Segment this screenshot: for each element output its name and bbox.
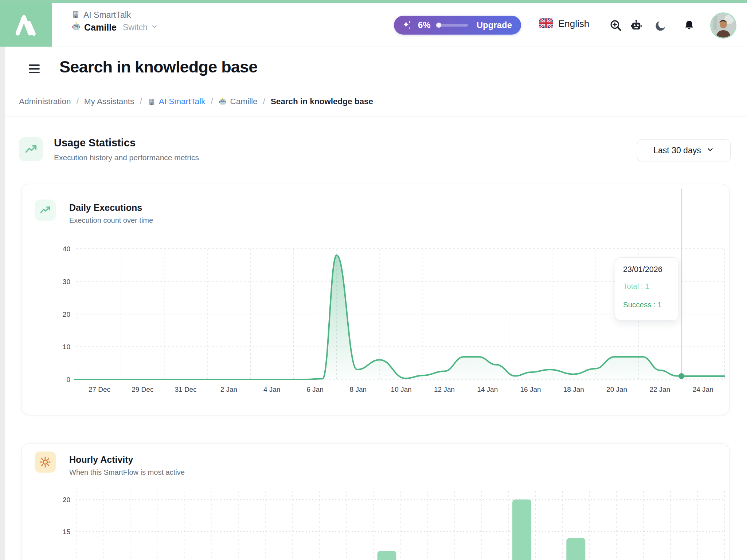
uk-flag-icon [539, 18, 553, 29]
section-title: Usage Statistics [54, 137, 136, 149]
page-title: Search in knowledge base [59, 58, 258, 76]
date-range-label: Last 30 days [653, 146, 701, 155]
breadcrumb-label: Search in knowledge base [271, 97, 373, 106]
sparkles-icon [401, 19, 413, 31]
app-logo[interactable] [0, 3, 52, 47]
breadcrumb-label: Administration [19, 97, 71, 106]
breadcrumb-label: Camille [230, 97, 257, 106]
building-icon [71, 10, 80, 20]
chevron-down-icon [706, 146, 714, 155]
usage-statistics-icon-badge [19, 137, 43, 161]
hourly-card-title: Hourly Activity [69, 454, 133, 465]
tooltip-total: Total : 1 [623, 282, 678, 291]
workspace-row[interactable]: AI SmartTalk [71, 10, 131, 20]
upgrade-label: Upgrade [477, 20, 512, 30]
switch-assistant-button[interactable]: Switch [123, 23, 148, 32]
breadcrumb-separator: / [140, 97, 142, 106]
breadcrumb-item-camille[interactable]: Camille [218, 97, 257, 106]
breadcrumb-item-ai-smarttalk[interactable]: AI SmartTalk [148, 97, 206, 106]
tooltip-date: 23/01/2026 [623, 265, 678, 274]
ai-robot-button[interactable] [629, 19, 644, 33]
robot-emoji-icon [71, 22, 81, 33]
breadcrumb-separator: / [263, 97, 265, 106]
usage-progress-knob [436, 23, 441, 28]
breadcrumb: Administration/My Assistants/AI SmartTal… [19, 97, 373, 106]
notifications-bell-button[interactable] [682, 18, 696, 33]
usage-percent: 6% [418, 20, 431, 30]
sun-icon [39, 456, 51, 468]
breadcrumb-label: AI SmartTalk [159, 97, 206, 106]
zoom-search-button[interactable] [609, 18, 623, 33]
usage-progress-bar [437, 24, 468, 27]
robot-emoji-icon [218, 97, 227, 106]
app-root: AI SmartTalk Camille Switch 6% Upgrade E… [0, 0, 747, 560]
user-avatar[interactable] [711, 13, 735, 38]
daily-card-subtitle: Execution count over time [69, 216, 153, 225]
section-subtitle: Execution history and performance metric… [54, 153, 199, 162]
chart-tooltip: 23/01/2026 Total : 1 Success : 1 [615, 257, 679, 321]
breadcrumb-separator: / [211, 97, 213, 106]
daily-card-title: Daily Executions [69, 202, 142, 213]
tooltip-success: Success : 1 [623, 300, 678, 309]
breadcrumb-label: My Assistants [84, 97, 134, 106]
left-rail [0, 47, 5, 560]
logo-lambda-icon [12, 12, 40, 39]
daily-executions-icon-badge [35, 200, 56, 221]
workspace-name: AI SmartTalk [83, 10, 131, 20]
date-range-selector[interactable]: Last 30 days [637, 139, 731, 161]
breadcrumb-item-my-assistants[interactable]: My Assistants [84, 97, 134, 106]
section-divider [0, 117, 747, 117]
trending-up-icon [24, 143, 38, 156]
breadcrumb-separator: / [77, 97, 79, 106]
breadcrumb-item-search-in-knowledge-base: Search in knowledge base [271, 97, 373, 106]
top-accent-strip [0, 0, 747, 3]
assistant-row: Camille Switch [71, 22, 158, 33]
language-selector[interactable]: English [539, 18, 589, 29]
menu-hamburger-button[interactable] [29, 64, 40, 73]
hourly-card-subtitle: When this SmartFlow is most active [69, 468, 185, 477]
trending-up-icon [39, 204, 51, 216]
building-icon [148, 98, 156, 106]
upgrade-plan-button[interactable]: 6% Upgrade [394, 16, 521, 35]
header-divider [0, 47, 747, 47]
language-label: English [558, 18, 589, 29]
breadcrumb-item-administration[interactable]: Administration [19, 97, 71, 106]
chevron-down-icon[interactable] [151, 23, 158, 32]
assistant-name: Camille [84, 22, 117, 33]
hourly-activity-icon-badge [35, 451, 56, 473]
dark-mode-toggle[interactable] [653, 19, 668, 33]
